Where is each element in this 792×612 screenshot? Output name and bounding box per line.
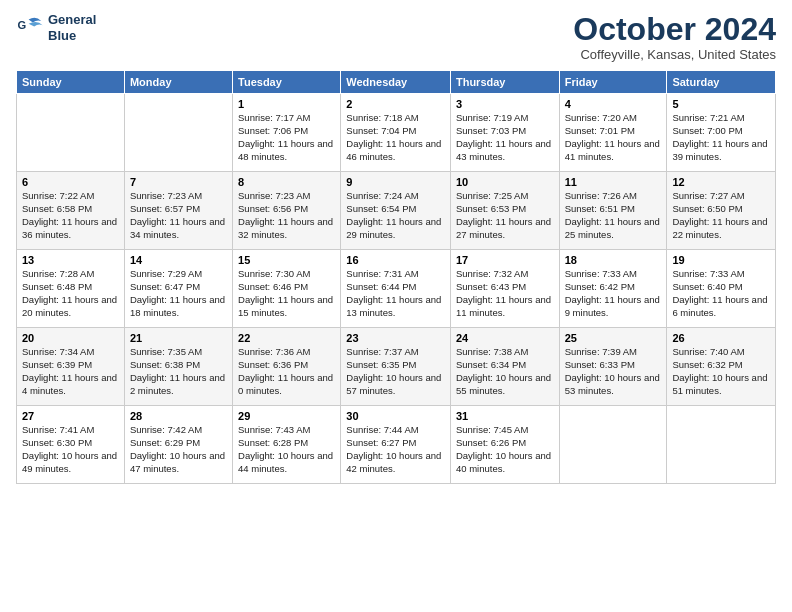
day-number: 23 <box>346 332 445 344</box>
calendar-cell: 3Sunrise: 7:19 AM Sunset: 7:03 PM Daylig… <box>450 94 559 172</box>
calendar-cell: 16Sunrise: 7:31 AM Sunset: 6:44 PM Dayli… <box>341 250 451 328</box>
week-row-2: 6Sunrise: 7:22 AM Sunset: 6:58 PM Daylig… <box>17 172 776 250</box>
logo-line2: Blue <box>48 28 96 44</box>
day-number: 8 <box>238 176 335 188</box>
day-info: Sunrise: 7:19 AM Sunset: 7:03 PM Dayligh… <box>456 112 554 163</box>
calendar-cell: 22Sunrise: 7:36 AM Sunset: 6:36 PM Dayli… <box>233 328 341 406</box>
day-number: 1 <box>238 98 335 110</box>
calendar-cell <box>559 406 667 484</box>
day-number: 4 <box>565 98 662 110</box>
calendar-cell: 25Sunrise: 7:39 AM Sunset: 6:33 PM Dayli… <box>559 328 667 406</box>
day-info: Sunrise: 7:20 AM Sunset: 7:01 PM Dayligh… <box>565 112 662 163</box>
day-info: Sunrise: 7:31 AM Sunset: 6:44 PM Dayligh… <box>346 268 445 319</box>
day-info: Sunrise: 7:34 AM Sunset: 6:39 PM Dayligh… <box>22 346 119 397</box>
column-header-friday: Friday <box>559 71 667 94</box>
day-number: 7 <box>130 176 227 188</box>
day-info: Sunrise: 7:18 AM Sunset: 7:04 PM Dayligh… <box>346 112 445 163</box>
header: G General Blue October 2024 Coffeyville,… <box>16 12 776 62</box>
column-header-sunday: Sunday <box>17 71 125 94</box>
day-number: 30 <box>346 410 445 422</box>
day-number: 29 <box>238 410 335 422</box>
title-block: October 2024 Coffeyville, Kansas, United… <box>573 12 776 62</box>
day-number: 27 <box>22 410 119 422</box>
calendar-cell <box>17 94 125 172</box>
day-info: Sunrise: 7:37 AM Sunset: 6:35 PM Dayligh… <box>346 346 445 397</box>
day-number: 6 <box>22 176 119 188</box>
calendar-cell: 2Sunrise: 7:18 AM Sunset: 7:04 PM Daylig… <box>341 94 451 172</box>
day-number: 19 <box>672 254 770 266</box>
calendar-cell <box>124 94 232 172</box>
day-info: Sunrise: 7:21 AM Sunset: 7:00 PM Dayligh… <box>672 112 770 163</box>
calendar-cell: 24Sunrise: 7:38 AM Sunset: 6:34 PM Dayli… <box>450 328 559 406</box>
day-info: Sunrise: 7:28 AM Sunset: 6:48 PM Dayligh… <box>22 268 119 319</box>
calendar-cell: 11Sunrise: 7:26 AM Sunset: 6:51 PM Dayli… <box>559 172 667 250</box>
calendar-cell: 29Sunrise: 7:43 AM Sunset: 6:28 PM Dayli… <box>233 406 341 484</box>
day-info: Sunrise: 7:24 AM Sunset: 6:54 PM Dayligh… <box>346 190 445 241</box>
day-number: 12 <box>672 176 770 188</box>
day-info: Sunrise: 7:25 AM Sunset: 6:53 PM Dayligh… <box>456 190 554 241</box>
day-number: 20 <box>22 332 119 344</box>
day-number: 17 <box>456 254 554 266</box>
day-info: Sunrise: 7:17 AM Sunset: 7:06 PM Dayligh… <box>238 112 335 163</box>
calendar-cell: 7Sunrise: 7:23 AM Sunset: 6:57 PM Daylig… <box>124 172 232 250</box>
day-number: 14 <box>130 254 227 266</box>
day-number: 5 <box>672 98 770 110</box>
day-info: Sunrise: 7:38 AM Sunset: 6:34 PM Dayligh… <box>456 346 554 397</box>
day-info: Sunrise: 7:41 AM Sunset: 6:30 PM Dayligh… <box>22 424 119 475</box>
calendar-cell: 30Sunrise: 7:44 AM Sunset: 6:27 PM Dayli… <box>341 406 451 484</box>
day-info: Sunrise: 7:44 AM Sunset: 6:27 PM Dayligh… <box>346 424 445 475</box>
calendar-cell: 20Sunrise: 7:34 AM Sunset: 6:39 PM Dayli… <box>17 328 125 406</box>
calendar-cell: 5Sunrise: 7:21 AM Sunset: 7:00 PM Daylig… <box>667 94 776 172</box>
day-info: Sunrise: 7:40 AM Sunset: 6:32 PM Dayligh… <box>672 346 770 397</box>
day-number: 13 <box>22 254 119 266</box>
day-number: 11 <box>565 176 662 188</box>
day-number: 31 <box>456 410 554 422</box>
day-info: Sunrise: 7:39 AM Sunset: 6:33 PM Dayligh… <box>565 346 662 397</box>
calendar-cell: 18Sunrise: 7:33 AM Sunset: 6:42 PM Dayli… <box>559 250 667 328</box>
week-row-3: 13Sunrise: 7:28 AM Sunset: 6:48 PM Dayli… <box>17 250 776 328</box>
calendar-cell: 15Sunrise: 7:30 AM Sunset: 6:46 PM Dayli… <box>233 250 341 328</box>
column-header-thursday: Thursday <box>450 71 559 94</box>
column-header-monday: Monday <box>124 71 232 94</box>
calendar-cell: 12Sunrise: 7:27 AM Sunset: 6:50 PM Dayli… <box>667 172 776 250</box>
day-info: Sunrise: 7:27 AM Sunset: 6:50 PM Dayligh… <box>672 190 770 241</box>
column-header-tuesday: Tuesday <box>233 71 341 94</box>
day-info: Sunrise: 7:22 AM Sunset: 6:58 PM Dayligh… <box>22 190 119 241</box>
day-info: Sunrise: 7:33 AM Sunset: 6:40 PM Dayligh… <box>672 268 770 319</box>
calendar-cell: 26Sunrise: 7:40 AM Sunset: 6:32 PM Dayli… <box>667 328 776 406</box>
calendar-cell: 9Sunrise: 7:24 AM Sunset: 6:54 PM Daylig… <box>341 172 451 250</box>
day-number: 9 <box>346 176 445 188</box>
week-row-1: 1Sunrise: 7:17 AM Sunset: 7:06 PM Daylig… <box>17 94 776 172</box>
calendar-cell: 10Sunrise: 7:25 AM Sunset: 6:53 PM Dayli… <box>450 172 559 250</box>
calendar-cell: 17Sunrise: 7:32 AM Sunset: 6:43 PM Dayli… <box>450 250 559 328</box>
calendar-header-row: SundayMondayTuesdayWednesdayThursdayFrid… <box>17 71 776 94</box>
day-info: Sunrise: 7:45 AM Sunset: 6:26 PM Dayligh… <box>456 424 554 475</box>
calendar-cell: 1Sunrise: 7:17 AM Sunset: 7:06 PM Daylig… <box>233 94 341 172</box>
calendar-cell: 27Sunrise: 7:41 AM Sunset: 6:30 PM Dayli… <box>17 406 125 484</box>
logo-icon: G <box>16 14 44 42</box>
logo: G General Blue <box>16 12 96 43</box>
calendar-cell: 31Sunrise: 7:45 AM Sunset: 6:26 PM Dayli… <box>450 406 559 484</box>
calendar-cell <box>667 406 776 484</box>
day-number: 15 <box>238 254 335 266</box>
day-info: Sunrise: 7:43 AM Sunset: 6:28 PM Dayligh… <box>238 424 335 475</box>
calendar-cell: 28Sunrise: 7:42 AM Sunset: 6:29 PM Dayli… <box>124 406 232 484</box>
day-info: Sunrise: 7:36 AM Sunset: 6:36 PM Dayligh… <box>238 346 335 397</box>
calendar-cell: 19Sunrise: 7:33 AM Sunset: 6:40 PM Dayli… <box>667 250 776 328</box>
day-info: Sunrise: 7:33 AM Sunset: 6:42 PM Dayligh… <box>565 268 662 319</box>
page-container: G General Blue October 2024 Coffeyville,… <box>0 0 792 492</box>
day-number: 26 <box>672 332 770 344</box>
location-subtitle: Coffeyville, Kansas, United States <box>573 47 776 62</box>
calendar-cell: 4Sunrise: 7:20 AM Sunset: 7:01 PM Daylig… <box>559 94 667 172</box>
column-header-wednesday: Wednesday <box>341 71 451 94</box>
day-number: 10 <box>456 176 554 188</box>
day-info: Sunrise: 7:42 AM Sunset: 6:29 PM Dayligh… <box>130 424 227 475</box>
day-info: Sunrise: 7:26 AM Sunset: 6:51 PM Dayligh… <box>565 190 662 241</box>
column-header-saturday: Saturday <box>667 71 776 94</box>
calendar-cell: 8Sunrise: 7:23 AM Sunset: 6:56 PM Daylig… <box>233 172 341 250</box>
day-info: Sunrise: 7:29 AM Sunset: 6:47 PM Dayligh… <box>130 268 227 319</box>
svg-text:G: G <box>17 19 26 31</box>
calendar-cell: 21Sunrise: 7:35 AM Sunset: 6:38 PM Dayli… <box>124 328 232 406</box>
day-number: 28 <box>130 410 227 422</box>
calendar-cell: 6Sunrise: 7:22 AM Sunset: 6:58 PM Daylig… <box>17 172 125 250</box>
